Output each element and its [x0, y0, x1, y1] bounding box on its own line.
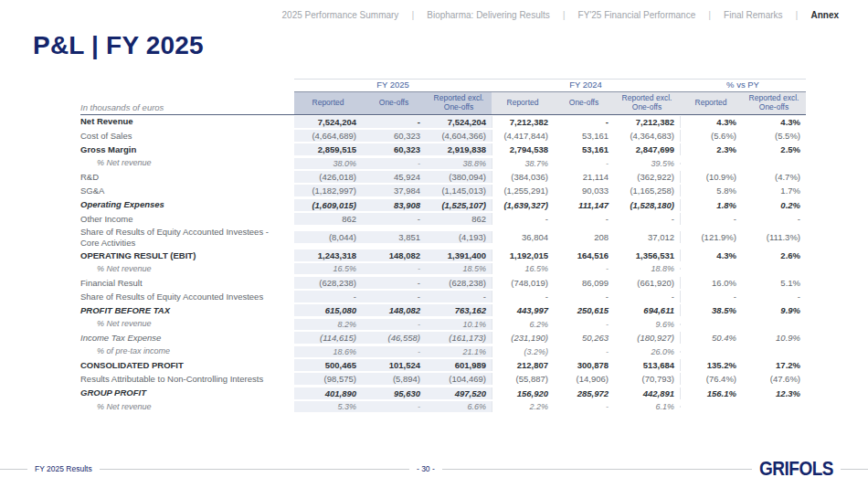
footer-line — [841, 469, 868, 470]
table-row: % Net revenue38.0%-38.8%38.7%-39.5% — [80, 156, 806, 170]
cell-value: (121.9%) — [680, 231, 742, 243]
cell-value: 1,391,400 — [426, 249, 492, 261]
cell-value: 16.5% — [492, 263, 554, 274]
cell-value: 7,212,382 — [492, 116, 554, 128]
cell-value: (55,887) — [492, 373, 554, 385]
cell-value: 250,615 — [554, 304, 614, 316]
cell-value: 9.9% — [742, 304, 806, 316]
cell-value: - — [362, 116, 426, 128]
col-header-fy24-oneoffs: One-offs — [554, 92, 614, 115]
cell-value: (111.3%) — [742, 231, 806, 243]
cell-value: (380,094) — [426, 171, 492, 183]
table-row: % Net revenue5.3%-6.6%2.2%-6.1% — [80, 400, 806, 414]
cell-value: - — [554, 116, 614, 128]
cell-value — [742, 268, 806, 270]
cell-value — [680, 406, 742, 408]
cell-value: 135.2% — [680, 359, 742, 371]
cell-value: - — [680, 213, 742, 225]
cell-value: (1,639,327) — [492, 199, 554, 211]
cell-value: 18.5% — [426, 263, 492, 274]
cell-value: - — [742, 291, 806, 302]
col-header-fy25-reported-excl: Reported excl. One-offs — [426, 92, 492, 115]
nav-item-4[interactable]: Annex — [810, 10, 839, 20]
cell-value: (4,664,689) — [294, 130, 362, 142]
row-label: Share of Results of Equity Accounted Inv… — [80, 226, 294, 249]
col-header-fy25-reported: Reported — [294, 92, 362, 115]
row-label: Results Attributable to Non-Controlling … — [80, 373, 294, 385]
cell-value: (5.5%) — [742, 130, 806, 142]
cell-value: 10.1% — [426, 319, 492, 330]
row-label: SG&A — [80, 185, 294, 196]
cell-value: (5.6%) — [680, 130, 742, 142]
table-row: CONSOLIDATED PROFIT500,465101,524601,989… — [80, 358, 806, 372]
cell-value: 18.6% — [294, 346, 362, 357]
cell-value: 694,611 — [614, 304, 680, 316]
cell-value: 17.2% — [742, 359, 806, 371]
cell-value: (628,238) — [294, 277, 362, 289]
cell-value: (748,019) — [492, 277, 554, 289]
cell-value: 101,524 — [362, 359, 426, 371]
cell-value — [680, 163, 742, 164]
cell-value: 6.2% — [492, 319, 554, 330]
table-group-header: FY 2025 FY 2024 % vs PY — [80, 79, 806, 92]
cell-value: - — [742, 213, 806, 225]
row-label: Income Tax Expense — [80, 332, 294, 344]
cell-value — [742, 406, 806, 408]
cell-value: 111,147 — [554, 199, 614, 211]
table-row: % of pre-tax income18.6%-21.1%(3.2%)-26.… — [80, 345, 806, 358]
cell-value: (426,018) — [294, 171, 362, 183]
cell-value: 38.0% — [294, 158, 362, 169]
cell-value: 50,263 — [554, 332, 614, 344]
cell-value: 95,630 — [362, 387, 426, 399]
cell-value: 443,997 — [492, 304, 554, 316]
cell-value: (4,193) — [426, 231, 492, 243]
cell-value: 2,919,838 — [426, 143, 492, 155]
table-row: Other Income862-862----- — [80, 212, 806, 226]
cell-value: 156.1% — [680, 387, 742, 399]
cell-value: 39.5% — [614, 158, 680, 169]
cell-value: - — [362, 213, 426, 225]
nav-item-1[interactable]: Biopharma: Delivering Results — [427, 10, 550, 20]
cell-value: 7,212,382 — [614, 116, 680, 128]
cell-value: 37,012 — [614, 231, 680, 243]
table-row: OPERATING RESULT (EBIT)1,243,318148,0821… — [80, 249, 806, 262]
col-header-py-reported: Reported — [680, 92, 742, 115]
cell-value: - — [492, 291, 554, 302]
table-row: Income Tax Expense(114,615)(46,558)(161,… — [80, 331, 806, 345]
nav-separator: | — [563, 9, 566, 20]
table-row: Gross Margin2,859,51560,3232,919,8382,79… — [80, 143, 806, 156]
row-label: Financial Result — [80, 277, 294, 289]
cell-value: (47.6%) — [742, 373, 806, 385]
group-header-pct-vs-py: % vs PY — [680, 79, 806, 92]
cell-value: 1.8% — [680, 199, 742, 211]
nav-item-0[interactable]: 2025 Performance Summary — [282, 10, 399, 20]
pnl-table: FY 2025 FY 2024 % vs PY In thousands of … — [80, 79, 806, 413]
cell-value: 4.3% — [680, 116, 742, 128]
group-header-fy2025: FY 2025 — [294, 79, 492, 92]
cell-value: 9.6% — [614, 319, 680, 330]
cell-value: 5.3% — [294, 401, 362, 412]
cell-value: (14,906) — [554, 373, 614, 385]
cell-value — [680, 268, 742, 270]
nav-separator: | — [708, 9, 711, 20]
row-label: % Net revenue — [80, 318, 294, 330]
cell-value: 18.8% — [614, 263, 680, 274]
cell-value: - — [362, 291, 426, 302]
cell-value: 615,080 — [294, 304, 362, 316]
cell-value: 83,908 — [362, 199, 426, 211]
row-label: Operating Expenses — [80, 198, 294, 210]
cell-value: (70,793) — [614, 373, 680, 385]
cell-value: (4.7%) — [742, 171, 806, 183]
cell-value: - — [554, 291, 614, 302]
nav-item-2[interactable]: FY'25 Financial Performance — [578, 10, 696, 20]
table-row: Results Attributable to Non-Controlling … — [80, 372, 806, 386]
cell-value: (1,609,015) — [294, 199, 362, 211]
row-label: % Net revenue — [80, 157, 294, 169]
nav-item-3[interactable]: Final Remarks — [724, 10, 782, 20]
col-header-fy24-reported-excl: Reported excl. One-offs — [614, 92, 680, 115]
footer: FY 2025 Results - 30 - GRIFOLS — [0, 459, 868, 479]
cell-value: 21.1% — [426, 346, 492, 357]
cell-value: 45,924 — [362, 171, 426, 183]
cell-value: 208 — [554, 231, 614, 243]
row-label: % Net revenue — [80, 401, 294, 413]
